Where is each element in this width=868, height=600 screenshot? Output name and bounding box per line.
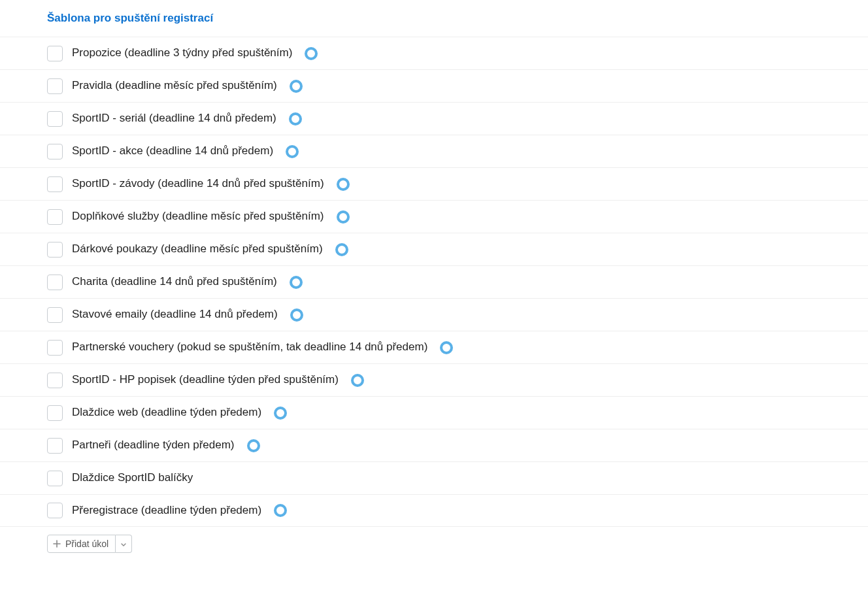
svg-point-7 bbox=[291, 277, 301, 288]
task-template-container: Šablona pro spuštění registrací Propozic… bbox=[0, 0, 868, 553]
task-label: Propozice (deadline 3 týdny před spuštěn… bbox=[72, 46, 292, 60]
task-checkbox[interactable] bbox=[47, 209, 63, 225]
svg-point-2 bbox=[290, 114, 301, 124]
task-row[interactable]: Partnerské vouchery (pokud se spuštěním,… bbox=[0, 331, 868, 363]
task-checkbox[interactable] bbox=[47, 242, 63, 258]
footer-actions: Přidat úkol bbox=[0, 527, 868, 553]
task-label: Přeregistrace (deadline týden předem) bbox=[72, 503, 261, 518]
task-label: Dárkové poukazy (deadline měsíc před spu… bbox=[72, 242, 323, 256]
status-ring-icon[interactable] bbox=[304, 46, 318, 61]
task-label: SportID - HP popisek (deadline týden pře… bbox=[72, 373, 339, 387]
svg-point-8 bbox=[292, 310, 302, 320]
svg-point-13 bbox=[275, 505, 286, 516]
task-label: Doplňkové služby (deadline měsíc před sp… bbox=[72, 209, 324, 224]
task-checkbox[interactable] bbox=[47, 307, 63, 323]
task-label: SportID - akce (deadline 14 dnů předem) bbox=[72, 144, 273, 158]
svg-point-12 bbox=[248, 441, 259, 451]
status-ring-icon[interactable] bbox=[285, 144, 299, 159]
caret-down-icon bbox=[121, 539, 126, 549]
status-ring-icon[interactable] bbox=[288, 112, 303, 126]
status-ring-icon[interactable] bbox=[336, 210, 350, 224]
task-row[interactable]: Pravidla (deadline měsíc před spuštěním) bbox=[0, 69, 868, 102]
svg-point-9 bbox=[441, 342, 452, 353]
status-ring-icon[interactable] bbox=[439, 341, 454, 355]
status-ring-icon[interactable] bbox=[273, 406, 288, 420]
task-checkbox[interactable] bbox=[47, 78, 63, 94]
task-row[interactable]: SportID - HP popisek (deadline týden pře… bbox=[0, 363, 868, 396]
task-checkbox[interactable] bbox=[47, 340, 63, 356]
svg-point-6 bbox=[337, 244, 347, 255]
task-label: Partneři (deadline týden předem) bbox=[72, 438, 235, 452]
status-ring-icon[interactable] bbox=[273, 503, 288, 518]
svg-point-3 bbox=[287, 146, 297, 157]
task-checkbox[interactable] bbox=[47, 111, 63, 127]
status-ring-icon[interactable] bbox=[290, 308, 304, 322]
task-row[interactable]: SportID - seriál (deadline 14 dnů předem… bbox=[0, 102, 868, 135]
svg-point-0 bbox=[306, 48, 316, 59]
status-ring-icon[interactable] bbox=[336, 177, 350, 192]
task-row[interactable]: Dárkové poukazy (deadline měsíc před spu… bbox=[0, 233, 868, 265]
task-checkbox[interactable] bbox=[47, 438, 63, 454]
task-label: Dlaždice SportID balíčky bbox=[72, 471, 193, 485]
task-checkbox[interactable] bbox=[47, 503, 63, 518]
task-row[interactable]: Dlaždice SportID balíčky bbox=[0, 461, 868, 494]
task-checkbox[interactable] bbox=[47, 275, 63, 290]
svg-point-4 bbox=[338, 179, 348, 190]
add-task-button[interactable]: Přidat úkol bbox=[47, 535, 116, 553]
add-task-label: Přidat úkol bbox=[65, 539, 108, 549]
task-row[interactable]: Stavové emaily (deadline 14 dnů předem) bbox=[0, 298, 868, 331]
status-ring-icon[interactable] bbox=[350, 373, 365, 388]
status-ring-icon[interactable] bbox=[246, 439, 261, 453]
svg-point-10 bbox=[352, 375, 363, 386]
task-label: SportID - seriál (deadline 14 dnů předem… bbox=[72, 111, 276, 125]
svg-point-5 bbox=[338, 212, 348, 222]
task-row[interactable]: SportID - akce (deadline 14 dnů předem) bbox=[0, 135, 868, 167]
task-checkbox[interactable] bbox=[47, 471, 63, 486]
task-label: Partnerské vouchery (pokud se spuštěním,… bbox=[72, 340, 427, 354]
section-title[interactable]: Šablona pro spuštění registrací bbox=[0, 0, 868, 37]
task-row[interactable]: Dlaždice web (deadline týden předem) bbox=[0, 396, 868, 429]
task-label: Dlaždice web (deadline týden předem) bbox=[72, 405, 261, 420]
task-label: Pravidla (deadline měsíc před spuštěním) bbox=[72, 78, 277, 93]
task-list: Propozice (deadline 3 týdny před spuštěn… bbox=[0, 37, 868, 527]
task-checkbox[interactable] bbox=[47, 46, 63, 61]
task-checkbox[interactable] bbox=[47, 176, 63, 192]
task-row[interactable]: Propozice (deadline 3 týdny před spuštěn… bbox=[0, 37, 868, 69]
task-label: Charita (deadline 14 dnů před spuštěním) bbox=[72, 275, 277, 289]
task-row[interactable]: Charita (deadline 14 dnů před spuštěním) bbox=[0, 265, 868, 298]
task-row[interactable]: SportID - závody (deadline 14 dnů před s… bbox=[0, 167, 868, 200]
status-ring-icon[interactable] bbox=[335, 242, 349, 257]
task-label: SportID - závody (deadline 14 dnů před s… bbox=[72, 176, 324, 191]
plus-icon bbox=[53, 540, 61, 548]
task-row[interactable]: Doplňkové služby (deadline měsíc před sp… bbox=[0, 200, 868, 233]
task-checkbox[interactable] bbox=[47, 373, 63, 388]
task-row[interactable]: Přeregistrace (deadline týden předem) bbox=[0, 494, 868, 527]
svg-point-1 bbox=[291, 81, 301, 92]
task-checkbox[interactable] bbox=[47, 144, 63, 159]
task-label: Stavové emaily (deadline 14 dnů předem) bbox=[72, 307, 278, 322]
status-ring-icon[interactable] bbox=[289, 79, 303, 93]
task-row[interactable]: Partneři (deadline týden předem) bbox=[0, 429, 868, 461]
svg-point-11 bbox=[275, 408, 286, 418]
add-task-dropdown[interactable] bbox=[116, 535, 132, 553]
task-checkbox[interactable] bbox=[47, 405, 63, 421]
status-ring-icon[interactable] bbox=[289, 275, 303, 290]
